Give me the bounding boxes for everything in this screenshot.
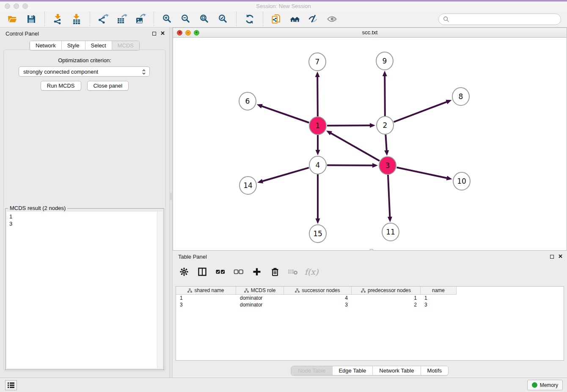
- splitter-handle[interactable]: [170, 193, 172, 200]
- delete-column-button[interactable]: [270, 266, 281, 277]
- graph-node-11[interactable]: 11: [382, 223, 399, 241]
- unchecked-boxes-icon: [234, 267, 244, 276]
- tab-node-table[interactable]: Node Table: [292, 366, 332, 375]
- graph-node-9[interactable]: 9: [376, 52, 393, 70]
- table-cell[interactable]: 1: [352, 295, 421, 301]
- zoom-out-icon: [180, 14, 191, 25]
- graph-node-7[interactable]: 7: [309, 53, 326, 71]
- toggle-panel-button[interactable]: [197, 266, 208, 277]
- graph-edge-1-4[interactable]: [316, 135, 320, 155]
- table-header-row: shared nameMCDS rolesuccessor nodesprede…: [176, 287, 457, 295]
- tab-edge-table[interactable]: Edge Table: [332, 366, 372, 375]
- graph-edge-3-10[interactable]: [397, 168, 452, 180]
- column-settings-button[interactable]: [179, 266, 190, 277]
- export-network-button[interactable]: [97, 13, 110, 25]
- graph-node-4[interactable]: 4: [309, 156, 326, 174]
- table-cell[interactable]: 4: [284, 295, 352, 301]
- table-cell[interactable]: 3: [176, 301, 236, 308]
- add-column-button[interactable]: [251, 266, 262, 277]
- table-cell[interactable]: 3: [421, 301, 457, 308]
- panel-splitter[interactable]: [169, 28, 173, 378]
- toolbar-separator: [236, 12, 237, 26]
- table-cell[interactable]: 1: [421, 295, 457, 301]
- tab-motifs[interactable]: Motifs: [420, 366, 448, 375]
- tab-style[interactable]: Style: [61, 41, 85, 50]
- float-table-panel-icon[interactable]: [550, 255, 554, 259]
- table-cell[interactable]: 2: [352, 301, 421, 308]
- graph-edge-3-11[interactable]: [388, 175, 392, 222]
- graph-node-8[interactable]: 8: [452, 88, 469, 105]
- run-mcds-button[interactable]: Run MCDS: [41, 81, 81, 91]
- graph-node-3[interactable]: 3: [379, 157, 396, 174]
- zoom-out-button[interactable]: [179, 13, 192, 25]
- float-panel-icon[interactable]: [152, 32, 156, 36]
- graph-edge-4-3[interactable]: [327, 163, 378, 168]
- graph-node-1[interactable]: 1: [309, 117, 326, 135]
- delete-table-button[interactable]: [288, 266, 299, 277]
- tab-network-table[interactable]: Network Table: [372, 366, 420, 375]
- memory-button[interactable]: Memory: [527, 380, 563, 390]
- network-canvas[interactable]: 7968124314101511: [173, 38, 567, 250]
- table-row[interactable]: 1dominator411: [176, 295, 457, 301]
- column-header-successor-nodes[interactable]: successor nodes: [284, 287, 352, 294]
- unselect-all-rows-button[interactable]: [233, 266, 244, 277]
- graph-edge-2-8[interactable]: [394, 100, 452, 122]
- close-table-panel-icon[interactable]: ✕: [558, 254, 563, 259]
- tab-select[interactable]: Select: [85, 41, 112, 50]
- mcds-result-area[interactable]: 13: [7, 212, 162, 368]
- table-cell[interactable]: 1: [176, 295, 236, 301]
- node-table[interactable]: shared nameMCDS rolesuccessor nodesprede…: [176, 286, 564, 361]
- graph-edge-2-9[interactable]: [383, 71, 387, 116]
- graph-node-6[interactable]: 6: [239, 92, 256, 110]
- show-graphics-details-button[interactable]: [326, 13, 339, 25]
- tab-network[interactable]: Network: [30, 41, 61, 50]
- graph-edge-1-6[interactable]: [257, 104, 309, 123]
- table-cell[interactable]: dominator: [236, 295, 284, 301]
- column-header-shared-name[interactable]: shared name: [176, 287, 236, 294]
- function-builder-button[interactable]: f(x): [306, 266, 317, 277]
- hide-style-button[interactable]: [307, 13, 320, 25]
- graph-node-15[interactable]: 15: [309, 225, 326, 243]
- table-cell[interactable]: 3: [284, 301, 352, 308]
- criterion-dropdown[interactable]: strongly connected component: [19, 66, 150, 77]
- search-box[interactable]: [438, 14, 561, 25]
- zoom-fit-button[interactable]: [198, 13, 211, 25]
- apply-layout-button[interactable]: [243, 13, 256, 25]
- tab-mcds[interactable]: MCDS: [112, 41, 139, 50]
- column-type-icon: [295, 288, 300, 293]
- table-cell[interactable]: dominator: [236, 301, 284, 308]
- result-scrollbar[interactable]: [157, 212, 162, 368]
- graph-edge-3-1[interactable]: [326, 130, 380, 161]
- graph-node-2[interactable]: 2: [377, 116, 394, 134]
- task-history-button[interactable]: [5, 380, 17, 390]
- export-image-button[interactable]: [134, 13, 147, 25]
- column-header-predecessor-nodes[interactable]: predecessor nodes: [352, 287, 421, 294]
- open-folder-icon: [7, 14, 18, 25]
- graph-edge-4-15[interactable]: [316, 174, 320, 224]
- zoom-in-button[interactable]: [161, 13, 173, 25]
- select-all-rows-button[interactable]: [215, 266, 226, 277]
- graph-edge-1-2[interactable]: [327, 123, 375, 128]
- graph-node-14[interactable]: 14: [239, 177, 256, 194]
- column-header-MCDS-role[interactable]: MCDS role: [236, 287, 284, 294]
- first-neighbors-button[interactable]: [289, 13, 301, 25]
- close-panel-button[interactable]: Close panel: [87, 81, 129, 91]
- zoom-selected-button[interactable]: [217, 13, 229, 25]
- memory-status-icon: [532, 382, 537, 388]
- graph-edge-1-7[interactable]: [315, 72, 320, 116]
- export-table-button[interactable]: [116, 13, 128, 25]
- search-input[interactable]: [452, 16, 556, 22]
- column-header-name[interactable]: name: [421, 287, 457, 294]
- table-row[interactable]: 3dominator323: [176, 301, 457, 308]
- close-panel-icon[interactable]: ✕: [160, 31, 165, 36]
- import-network-button[interactable]: [52, 13, 64, 25]
- graph-node-10[interactable]: 10: [453, 172, 470, 190]
- graph-edge-4-14[interactable]: [257, 168, 309, 183]
- network-graph[interactable]: 7968124314101511: [173, 38, 567, 250]
- graph-edge-2-3[interactable]: [384, 135, 389, 156]
- import-table-button[interactable]: [70, 13, 83, 25]
- save-session-button[interactable]: [25, 13, 38, 25]
- open-session-button[interactable]: [6, 13, 19, 25]
- clone-network-button[interactable]: [270, 13, 283, 25]
- network-window-titlebar[interactable]: scc.txt: [173, 28, 567, 38]
